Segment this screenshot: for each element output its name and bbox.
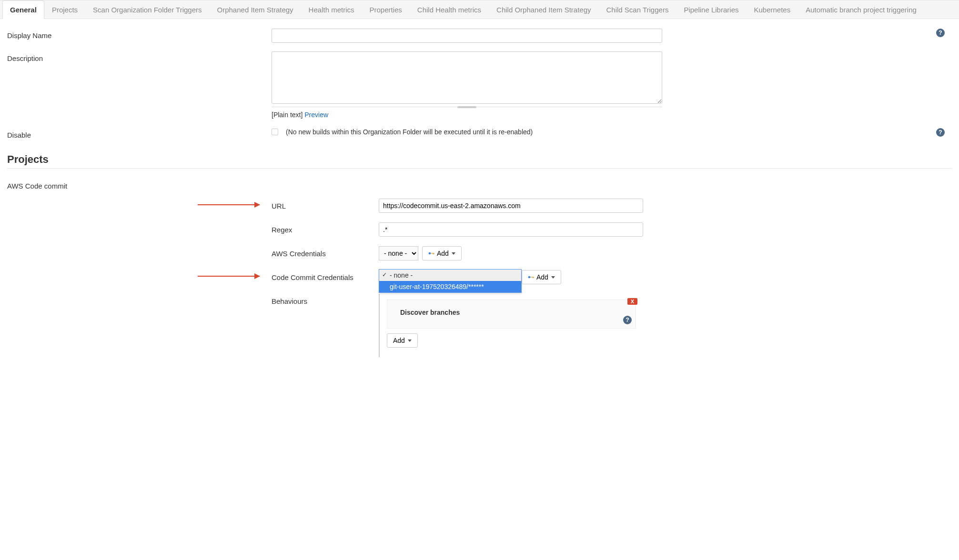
caret-down-icon <box>551 276 555 279</box>
label-display-name: Display Name <box>7 29 272 40</box>
checkbox-disable[interactable] <box>272 129 278 135</box>
svg-rect-6 <box>533 277 533 278</box>
label-url: URL <box>272 199 379 210</box>
arrow-icon <box>198 204 260 205</box>
row-url: URL ? <box>272 199 952 213</box>
svg-point-0 <box>429 252 431 255</box>
input-display-name[interactable] <box>272 29 662 43</box>
row-regex: Regex ? <box>272 222 952 237</box>
row-source: AWS Code commit <box>7 179 952 190</box>
input-regex[interactable] <box>379 222 643 237</box>
key-icon <box>528 275 535 279</box>
row-display-name: Display Name ? <box>7 29 952 43</box>
svg-rect-7 <box>534 277 534 278</box>
tab-child-health[interactable]: Child Health metrics <box>410 0 489 19</box>
row-behaviours: Behaviours X Discover branches ? Add ? <box>272 294 952 357</box>
arrow-icon <box>198 276 260 277</box>
textarea-description[interactable] <box>272 51 662 104</box>
tab-k8s[interactable]: Kubernetes <box>746 0 798 19</box>
input-url[interactable] <box>379 199 643 213</box>
help-icon[interactable]: ? <box>936 29 945 37</box>
select-aws-cred[interactable]: - none - <box>379 246 418 260</box>
caret-down-icon <box>452 252 455 255</box>
row-cc-cred: Code Commit Credentials - none - git-use… <box>272 270 952 284</box>
help-icon[interactable]: ? <box>936 128 945 137</box>
tabs-bar: General Projects Scan Organization Folde… <box>0 0 959 19</box>
disable-hint: (No new builds within this Organization … <box>286 128 533 136</box>
add-aws-cred-button[interactable]: Add <box>422 246 462 260</box>
label-source: AWS Code commit <box>7 179 272 190</box>
add-cc-cred-button[interactable]: Add <box>522 270 561 284</box>
tab-scan-triggers[interactable]: Scan Organization Folder Triggers <box>85 0 209 19</box>
tab-child-scan[interactable]: Child Scan Triggers <box>599 0 676 19</box>
behaviour-container: X Discover branches ? Add <box>379 294 643 357</box>
plain-text-label: [Plain text] <box>272 111 303 119</box>
tab-child-orphaned[interactable]: Child Orphaned Item Strategy <box>489 0 598 19</box>
row-description: Description <box>7 51 952 104</box>
dropdown-option-user[interactable]: git-user-at-197520326489/****** <box>379 281 521 292</box>
add-behaviour-button[interactable]: Add <box>387 333 418 348</box>
label-cc-cred: Code Commit Credentials <box>272 270 379 281</box>
svg-rect-2 <box>433 253 434 254</box>
section-projects-title: Projects <box>7 153 952 166</box>
svg-point-4 <box>528 276 531 279</box>
svg-rect-3 <box>434 253 434 254</box>
source-subform: URL ? Regex ? AWS Credentials - none - <box>272 199 952 357</box>
behaviour-title: Discover branches <box>400 309 460 316</box>
caret-down-icon <box>408 340 412 342</box>
tab-pipeline-libs[interactable]: Pipeline Libraries <box>676 0 746 19</box>
tab-health[interactable]: Health metrics <box>301 0 362 19</box>
tab-general[interactable]: General <box>2 0 44 19</box>
delete-behaviour-button[interactable]: X <box>627 298 637 305</box>
label-behaviours: Behaviours <box>272 294 379 305</box>
key-icon <box>428 251 435 255</box>
cc-cred-dropdown[interactable]: - none - git-user-at-197520326489/****** <box>379 269 522 293</box>
content-area: Display Name ? Description [Plain text] … <box>0 19 959 376</box>
dropdown-option-none[interactable]: - none - <box>379 270 521 281</box>
row-aws-cred: AWS Credentials - none - Add ? <box>272 246 952 260</box>
tab-auto-branch[interactable]: Automatic branch project triggering <box>798 0 924 19</box>
label-description: Description <box>7 51 272 62</box>
tab-properties[interactable]: Properties <box>362 0 409 19</box>
label-disable: Disable <box>7 128 272 139</box>
row-disable: Disable (No new builds within this Organ… <box>7 128 952 139</box>
label-regex: Regex <box>272 222 379 234</box>
description-hint: [Plain text] Preview <box>272 107 662 119</box>
preview-link[interactable]: Preview <box>304 111 328 119</box>
tab-orphaned[interactable]: Orphaned Item Strategy <box>210 0 301 19</box>
tab-projects[interactable]: Projects <box>44 0 85 19</box>
label-aws-cred: AWS Credentials <box>272 246 379 258</box>
help-icon[interactable]: ? <box>623 316 632 324</box>
